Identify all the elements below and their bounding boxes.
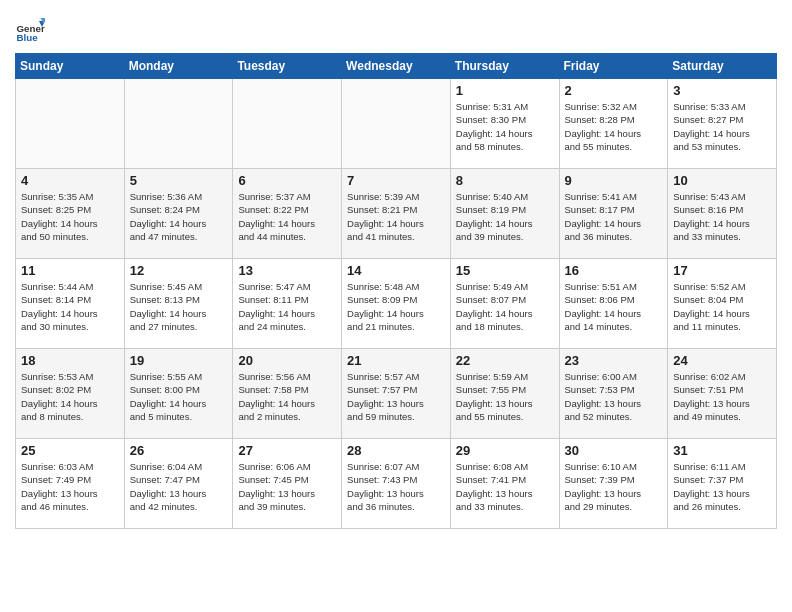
day-info: Sunrise: 5:45 AM Sunset: 8:13 PM Dayligh… — [130, 280, 229, 333]
calendar-cell: 4Sunrise: 5:35 AM Sunset: 8:25 PM Daylig… — [16, 169, 125, 259]
day-info: Sunrise: 5:33 AM Sunset: 8:27 PM Dayligh… — [673, 100, 772, 153]
day-number: 7 — [347, 173, 446, 188]
weekday-header-wednesday: Wednesday — [342, 54, 451, 79]
calendar-cell: 18Sunrise: 5:53 AM Sunset: 8:02 PM Dayli… — [16, 349, 125, 439]
calendar-cell: 25Sunrise: 6:03 AM Sunset: 7:49 PM Dayli… — [16, 439, 125, 529]
day-info: Sunrise: 5:32 AM Sunset: 8:28 PM Dayligh… — [565, 100, 664, 153]
calendar-cell: 20Sunrise: 5:56 AM Sunset: 7:58 PM Dayli… — [233, 349, 342, 439]
day-number: 10 — [673, 173, 772, 188]
weekday-header-friday: Friday — [559, 54, 668, 79]
day-info: Sunrise: 6:11 AM Sunset: 7:37 PM Dayligh… — [673, 460, 772, 513]
day-number: 24 — [673, 353, 772, 368]
day-number: 18 — [21, 353, 120, 368]
weekday-header-saturday: Saturday — [668, 54, 777, 79]
weekday-header-monday: Monday — [124, 54, 233, 79]
calendar-cell: 3Sunrise: 5:33 AM Sunset: 8:27 PM Daylig… — [668, 79, 777, 169]
day-number: 23 — [565, 353, 664, 368]
day-number: 3 — [673, 83, 772, 98]
calendar-cell: 8Sunrise: 5:40 AM Sunset: 8:19 PM Daylig… — [450, 169, 559, 259]
calendar-cell — [342, 79, 451, 169]
day-number: 15 — [456, 263, 555, 278]
svg-text:Blue: Blue — [17, 32, 39, 43]
day-info: Sunrise: 6:03 AM Sunset: 7:49 PM Dayligh… — [21, 460, 120, 513]
day-info: Sunrise: 5:53 AM Sunset: 8:02 PM Dayligh… — [21, 370, 120, 423]
calendar-cell: 23Sunrise: 6:00 AM Sunset: 7:53 PM Dayli… — [559, 349, 668, 439]
day-info: Sunrise: 5:56 AM Sunset: 7:58 PM Dayligh… — [238, 370, 337, 423]
page-header: General Blue — [15, 10, 777, 45]
calendar-cell: 14Sunrise: 5:48 AM Sunset: 8:09 PM Dayli… — [342, 259, 451, 349]
logo: General Blue — [15, 15, 49, 45]
day-number: 22 — [456, 353, 555, 368]
day-number: 16 — [565, 263, 664, 278]
day-number: 30 — [565, 443, 664, 458]
day-number: 1 — [456, 83, 555, 98]
calendar-cell: 27Sunrise: 6:06 AM Sunset: 7:45 PM Dayli… — [233, 439, 342, 529]
day-info: Sunrise: 5:49 AM Sunset: 8:07 PM Dayligh… — [456, 280, 555, 333]
day-info: Sunrise: 5:51 AM Sunset: 8:06 PM Dayligh… — [565, 280, 664, 333]
calendar-cell: 26Sunrise: 6:04 AM Sunset: 7:47 PM Dayli… — [124, 439, 233, 529]
calendar-cell: 5Sunrise: 5:36 AM Sunset: 8:24 PM Daylig… — [124, 169, 233, 259]
calendar-cell: 6Sunrise: 5:37 AM Sunset: 8:22 PM Daylig… — [233, 169, 342, 259]
day-number: 17 — [673, 263, 772, 278]
day-number: 11 — [21, 263, 120, 278]
day-info: Sunrise: 5:57 AM Sunset: 7:57 PM Dayligh… — [347, 370, 446, 423]
calendar-cell: 31Sunrise: 6:11 AM Sunset: 7:37 PM Dayli… — [668, 439, 777, 529]
weekday-header-row: SundayMondayTuesdayWednesdayThursdayFrid… — [16, 54, 777, 79]
day-number: 28 — [347, 443, 446, 458]
calendar-week-row: 25Sunrise: 6:03 AM Sunset: 7:49 PM Dayli… — [16, 439, 777, 529]
calendar-table: SundayMondayTuesdayWednesdayThursdayFrid… — [15, 53, 777, 529]
day-number: 9 — [565, 173, 664, 188]
calendar-cell: 17Sunrise: 5:52 AM Sunset: 8:04 PM Dayli… — [668, 259, 777, 349]
calendar-cell: 9Sunrise: 5:41 AM Sunset: 8:17 PM Daylig… — [559, 169, 668, 259]
day-number: 19 — [130, 353, 229, 368]
calendar-cell: 24Sunrise: 6:02 AM Sunset: 7:51 PM Dayli… — [668, 349, 777, 439]
day-number: 2 — [565, 83, 664, 98]
calendar-cell: 1Sunrise: 5:31 AM Sunset: 8:30 PM Daylig… — [450, 79, 559, 169]
calendar-week-row: 18Sunrise: 5:53 AM Sunset: 8:02 PM Dayli… — [16, 349, 777, 439]
calendar-cell: 28Sunrise: 6:07 AM Sunset: 7:43 PM Dayli… — [342, 439, 451, 529]
day-number: 8 — [456, 173, 555, 188]
day-info: Sunrise: 5:37 AM Sunset: 8:22 PM Dayligh… — [238, 190, 337, 243]
calendar-cell: 15Sunrise: 5:49 AM Sunset: 8:07 PM Dayli… — [450, 259, 559, 349]
calendar-cell — [124, 79, 233, 169]
weekday-header-thursday: Thursday — [450, 54, 559, 79]
day-info: Sunrise: 6:00 AM Sunset: 7:53 PM Dayligh… — [565, 370, 664, 423]
day-info: Sunrise: 5:48 AM Sunset: 8:09 PM Dayligh… — [347, 280, 446, 333]
calendar-cell: 12Sunrise: 5:45 AM Sunset: 8:13 PM Dayli… — [124, 259, 233, 349]
calendar-cell: 2Sunrise: 5:32 AM Sunset: 8:28 PM Daylig… — [559, 79, 668, 169]
day-info: Sunrise: 5:44 AM Sunset: 8:14 PM Dayligh… — [21, 280, 120, 333]
day-number: 27 — [238, 443, 337, 458]
day-number: 20 — [238, 353, 337, 368]
day-info: Sunrise: 5:40 AM Sunset: 8:19 PM Dayligh… — [456, 190, 555, 243]
day-number: 26 — [130, 443, 229, 458]
day-info: Sunrise: 5:36 AM Sunset: 8:24 PM Dayligh… — [130, 190, 229, 243]
calendar-cell: 30Sunrise: 6:10 AM Sunset: 7:39 PM Dayli… — [559, 439, 668, 529]
day-info: Sunrise: 6:08 AM Sunset: 7:41 PM Dayligh… — [456, 460, 555, 513]
day-number: 5 — [130, 173, 229, 188]
calendar-cell: 16Sunrise: 5:51 AM Sunset: 8:06 PM Dayli… — [559, 259, 668, 349]
day-info: Sunrise: 6:04 AM Sunset: 7:47 PM Dayligh… — [130, 460, 229, 513]
day-info: Sunrise: 5:31 AM Sunset: 8:30 PM Dayligh… — [456, 100, 555, 153]
calendar-cell: 19Sunrise: 5:55 AM Sunset: 8:00 PM Dayli… — [124, 349, 233, 439]
day-info: Sunrise: 5:59 AM Sunset: 7:55 PM Dayligh… — [456, 370, 555, 423]
calendar-cell — [233, 79, 342, 169]
day-number: 14 — [347, 263, 446, 278]
logo-icon: General Blue — [15, 15, 45, 45]
day-number: 6 — [238, 173, 337, 188]
calendar-cell: 21Sunrise: 5:57 AM Sunset: 7:57 PM Dayli… — [342, 349, 451, 439]
day-number: 25 — [21, 443, 120, 458]
day-info: Sunrise: 5:52 AM Sunset: 8:04 PM Dayligh… — [673, 280, 772, 333]
calendar-cell — [16, 79, 125, 169]
calendar-cell: 29Sunrise: 6:08 AM Sunset: 7:41 PM Dayli… — [450, 439, 559, 529]
calendar-week-row: 11Sunrise: 5:44 AM Sunset: 8:14 PM Dayli… — [16, 259, 777, 349]
day-info: Sunrise: 5:35 AM Sunset: 8:25 PM Dayligh… — [21, 190, 120, 243]
day-info: Sunrise: 5:39 AM Sunset: 8:21 PM Dayligh… — [347, 190, 446, 243]
calendar-cell: 10Sunrise: 5:43 AM Sunset: 8:16 PM Dayli… — [668, 169, 777, 259]
day-number: 4 — [21, 173, 120, 188]
calendar-week-row: 1Sunrise: 5:31 AM Sunset: 8:30 PM Daylig… — [16, 79, 777, 169]
day-info: Sunrise: 5:55 AM Sunset: 8:00 PM Dayligh… — [130, 370, 229, 423]
weekday-header-tuesday: Tuesday — [233, 54, 342, 79]
weekday-header-sunday: Sunday — [16, 54, 125, 79]
calendar-cell: 11Sunrise: 5:44 AM Sunset: 8:14 PM Dayli… — [16, 259, 125, 349]
calendar-cell: 7Sunrise: 5:39 AM Sunset: 8:21 PM Daylig… — [342, 169, 451, 259]
